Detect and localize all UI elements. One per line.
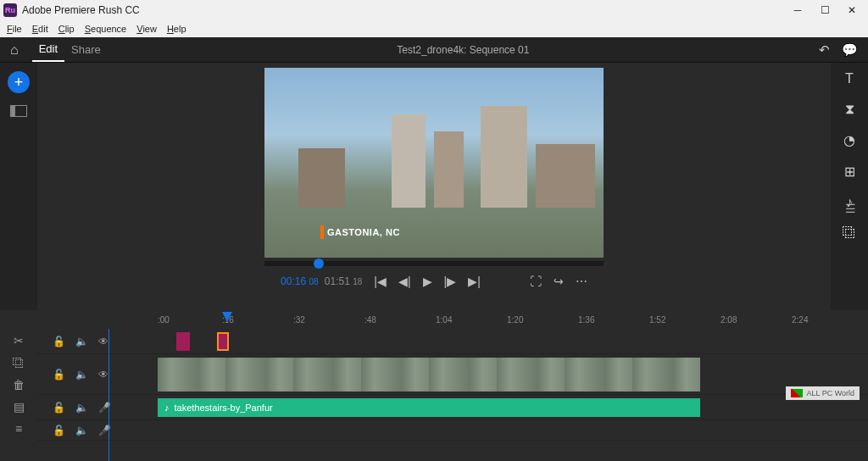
ruler-tick: 1:20 (507, 315, 523, 325)
home-icon[interactable]: ⌂ (10, 42, 19, 58)
visibility-icon[interactable]: 👁 (98, 369, 108, 380)
video-preview[interactable]: GASTONIA, NC (264, 68, 604, 258)
right-sidebar: T ⧗ ◔ ⊞ ♪ ⿻ (831, 63, 868, 310)
app-header: ⌂ Edit Share Test2_drone4k: Sequence 01 … (0, 37, 868, 63)
lock-icon[interactable]: 🔓 (53, 336, 65, 347)
audio-clip-label: takethestairs-by_Panfur (175, 403, 273, 413)
delete-icon[interactable]: 🗑 (13, 378, 25, 392)
go-end-icon[interactable]: ▶| (468, 275, 481, 288)
transitions-icon[interactable]: ⧗ (845, 102, 854, 117)
window-titlebar: Ru Adobe Premiere Rush CC ─ ☐ ✕ (0, 0, 868, 20)
minimize-button[interactable]: ─ (792, 4, 804, 16)
maximize-button[interactable]: ☐ (819, 4, 831, 16)
step-back-icon[interactable]: ◀| (398, 275, 411, 288)
timeline-ruler[interactable]: :00 :16 :32 :48 1:04 1:20 1:36 1:52 2:08… (0, 310, 868, 329)
preview-area: GASTONIA, NC 00:16 08 01:51 18 |◀ ◀| ▶ |… (37, 63, 831, 310)
visibility-icon[interactable]: 👁 (98, 336, 108, 347)
ruler-tick: 2:08 (721, 315, 737, 325)
go-start-icon[interactable]: |◀ (374, 275, 387, 288)
audio-track-1: 🔓 🔈 🎤 ♪ takethestairs-by_Panfur (37, 395, 868, 420)
timeline-tools: ✂ ⿻ 🗑 ▤ ≡ (0, 329, 37, 461)
tracks-area: 🔓 🔈 👁 🔓 🔈 👁 ALL PC World 🔓 (37, 329, 868, 461)
ruler-tick: 1:52 (649, 315, 665, 325)
undo-icon[interactable]: ↶ (819, 42, 830, 58)
comment-icon[interactable]: 💬 (842, 42, 858, 58)
audio-clip[interactable]: ♪ takethestairs-by_Panfur (158, 398, 700, 417)
project-title: Test2_drone4k: Sequence 01 (108, 44, 819, 56)
color-icon[interactable]: ◔ (843, 132, 855, 148)
fullscreen-icon[interactable]: ⛶ (530, 275, 542, 288)
close-button[interactable]: ✕ (846, 4, 858, 16)
loop-icon[interactable]: ↪ (554, 275, 564, 288)
title-overlay-text: GASTONIA, NC (327, 227, 400, 237)
ruler-tick: :48 (364, 315, 376, 325)
scrub-playhead[interactable] (314, 258, 324, 269)
title-clip[interactable] (176, 332, 190, 351)
left-sidebar: + (0, 63, 37, 310)
mute-icon[interactable]: 🔈 (75, 336, 88, 347)
duplicate-icon[interactable]: ⿻ (13, 356, 25, 369)
mute-icon[interactable]: 🔈 (75, 369, 88, 380)
menu-view[interactable]: View (133, 24, 160, 34)
ruler-tick: 1:04 (436, 315, 452, 325)
title-accent-bar (320, 225, 324, 239)
step-forward-icon[interactable]: |▶ (444, 275, 457, 288)
watermark-badge: ALL PC World (786, 386, 860, 400)
tab-share[interactable]: Share (64, 38, 108, 61)
ruler-tick: :32 (293, 315, 305, 325)
titles-icon[interactable]: T (845, 71, 854, 86)
timeline-options-icon[interactable]: ☰ (845, 202, 856, 215)
scissors-icon[interactable]: ✂ (14, 334, 24, 347)
timeline: ✂ ⿻ 🗑 ▤ ≡ 🔓 🔈 👁 🔓 🔈 👁 (0, 329, 868, 461)
ruler-tick: 1:36 (578, 315, 594, 325)
timecode: 00:16 08 01:51 18 (281, 275, 362, 287)
play-icon[interactable]: ▶ (423, 275, 432, 288)
menu-bar: File Edit Clip Sequence View Help (0, 20, 868, 37)
video-clip[interactable] (158, 358, 700, 392)
lock-icon[interactable]: 🔓 (53, 369, 65, 380)
timeline-playhead-icon[interactable] (222, 312, 232, 322)
lock-icon[interactable]: 🔓 (53, 425, 65, 436)
tracks-panel-icon[interactable]: ▤ (14, 400, 25, 414)
project-panel-icon[interactable] (10, 105, 27, 117)
ruler-tick: :00 (158, 315, 170, 325)
more-icon[interactable]: ⋯ (576, 275, 587, 288)
window-title: Adobe Premiere Rush CC (22, 4, 792, 16)
transform-icon[interactable]: ⿻ (843, 225, 856, 241)
scrub-bar[interactable] (264, 261, 604, 266)
mute-icon[interactable]: 🔈 (75, 425, 88, 436)
speed-icon[interactable]: ⊞ (844, 164, 855, 180)
playhead-line (108, 329, 109, 461)
menu-clip[interactable]: Clip (55, 24, 78, 34)
expand-tracks-icon[interactable]: ≡ (15, 422, 22, 436)
add-media-button[interactable]: + (8, 71, 30, 93)
audio-track-2: 🔓 🔈 🎤 (37, 420, 868, 441)
music-note-icon: ♪ (164, 403, 170, 413)
menu-edit[interactable]: Edit (29, 24, 52, 34)
title-clip-selected[interactable] (217, 332, 229, 351)
menu-help[interactable]: Help (164, 24, 190, 34)
menu-sequence[interactable]: Sequence (81, 24, 131, 34)
lock-icon[interactable]: 🔓 (53, 402, 65, 414)
app-logo-icon: Ru (3, 3, 17, 17)
ruler-tick: 2:24 (792, 315, 808, 325)
menu-file[interactable]: File (3, 24, 25, 34)
title-track: 🔓 🔈 👁 (37, 329, 868, 354)
tab-edit[interactable]: Edit (32, 37, 64, 62)
video-track: 🔓 🔈 👁 ALL PC World (37, 354, 868, 395)
mute-icon[interactable]: 🔈 (75, 402, 88, 414)
playback-controls: 00:16 08 01:51 18 |◀ ◀| ▶ |▶ ▶| ⛶ ↪ ⋯ (281, 275, 587, 288)
